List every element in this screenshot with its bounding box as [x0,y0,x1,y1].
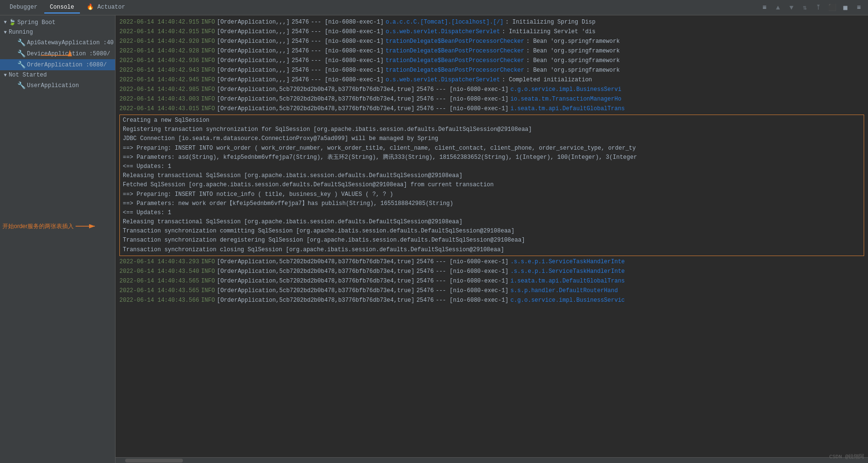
running-label: Running [9,29,33,36]
log-line: 2022-06-14 14:40:43.565 INFO [OrderAppli… [116,286,868,296]
springboot-icon: 🍃 [9,19,16,26]
log-line: 2022-06-14 14:40:42.985 INFO [OrderAppli… [116,85,868,94]
log-line: 2022-06-14 14:40:42.945 INFO [OrderAppli… [116,75,868,85]
toolbar-tabs: Debugger Console 🔥 Actuator [4,1,131,13]
plain-log-block: Creating a new SqlSession Registering tr… [119,115,864,256]
log-line: 2022-06-14 14:40:43.015 INFO [OrderAppli… [116,104,868,114]
order-icon: 🔧 [17,61,26,69]
horizontal-scrollbar[interactable] [116,457,868,463]
notstarted-label: Not Started [9,72,47,78]
toolbar-icon-up[interactable]: ▲ [773,2,783,13]
toolbar-icon-menu[interactable]: ≡ [759,2,770,13]
main-layout: ▼ 🍃 Spring Boot ▼ Running 🔧 ApiGatewayAp… [0,15,868,463]
log-line: 2022-06-14 14:40:43.566 INFO [OrderAppli… [116,296,868,305]
log-line: 2022-06-14 14:40:42.928 INFO [OrderAppli… [116,46,868,56]
user-icon: 🔧 [17,81,26,90]
apigateway-icon: 🔧 [17,39,26,47]
tab-console[interactable]: Console [44,2,80,13]
toolbar: Debugger Console 🔥 Actuator ≡ ▲ ▼ ⇅ ⤒ ⬛ … [0,0,868,15]
sidebar: ▼ 🍃 Spring Boot ▼ Running 🔧 ApiGatewayAp… [0,15,116,463]
toolbar-icon-updown[interactable]: ⇅ [800,2,810,13]
log-line: 2022-06-14 14:40:43.003 INFO [OrderAppli… [116,94,868,104]
log-container[interactable]: 2022-06-14 14:40:42.915 INFO [OrderAppli… [116,15,868,457]
springboot-label: Spring Boot [17,19,55,26]
device-label: DeviceApplication :5080/ [27,51,110,57]
log-line: 2022-06-14 14:40:43.565 INFO [OrderAppli… [116,276,868,286]
running-arrow: ▼ [4,30,7,35]
sidebar-group-springboot[interactable]: ▼ 🍃 Spring Boot [0,17,115,27]
order-label: OrderApplication :6080/ [27,62,107,68]
toolbar-icon-grid[interactable]: ▦ [840,2,851,13]
toolbar-icon-down[interactable]: ▼ [786,2,797,13]
log-line: 2022-06-14 14:40:42.943 INFO [OrderAppli… [116,65,868,75]
log-line: 2022-06-14 14:40:43.293 INFO [OrderAppli… [116,257,868,267]
sidebar-group-notstarted[interactable]: ▼ Not Started [0,70,115,80]
tab-actuator[interactable]: 🔥 Actuator [81,1,131,13]
springboot-arrow: ▼ [4,20,7,25]
user-label: UserApplication [27,82,79,89]
log-line: 2022-06-14 14:40:43.540 INFO [OrderAppli… [116,267,868,276]
log-line: 2022-06-14 14:40:42.915 INFO [OrderAppli… [116,17,868,27]
sidebar-item-user[interactable]: 🔧 UserApplication [0,80,115,91]
sidebar-item-device[interactable]: 🔧 DeviceApplication :5080/ [0,48,115,59]
toolbar-icon-lines[interactable]: ≡ [854,2,864,13]
console-area: 2022-06-14 14:40:42.915 INFO [OrderAppli… [116,15,868,463]
sidebar-group-running[interactable]: ▼ Running [0,27,115,37]
toolbar-icons: ≡ ▲ ▼ ⇅ ⤒ ⬛ ▦ ≡ [759,2,864,13]
apigateway-label: ApiGatewayApplication :40 [27,39,114,46]
toolbar-icon-slash[interactable]: ⬛ [827,2,837,13]
device-icon: 🔧 [17,50,26,58]
log-line: 2022-06-14 14:40:42.920 INFO [OrderAppli… [116,37,868,46]
sidebar-item-apigateway[interactable]: 🔧 ApiGatewayApplication :40 [0,37,115,48]
tab-debugger[interactable]: Debugger [4,2,43,13]
sidebar-item-order[interactable]: 🔧 OrderApplication :6080/ [0,59,115,70]
notstarted-arrow: ▼ [4,73,7,78]
toolbar-icon-top[interactable]: ⤒ [813,2,824,13]
log-line: 2022-06-14 14:40:42.936 INFO [OrderAppli… [116,56,868,65]
watermark: CSDN @锐翎阿 [829,453,864,460]
log-line: 2022-06-14 14:40:42.915 INFO [OrderAppli… [116,27,868,37]
